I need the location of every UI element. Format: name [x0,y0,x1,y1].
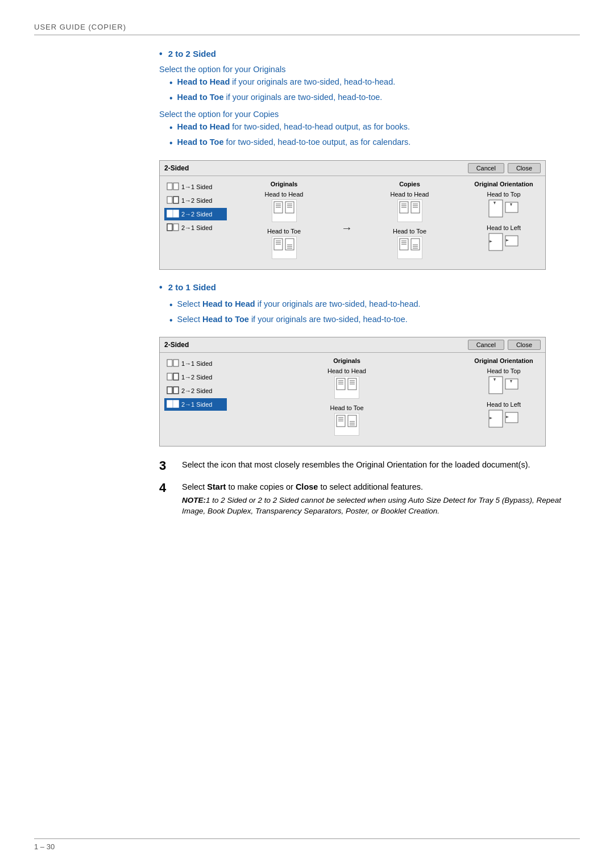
sidebar-1to1[interactable]: 1→1 Sided [164,181,227,193]
two-to-two-label: • 2 to 2 Sided [159,49,580,59]
svg-rect-3 [173,197,179,203]
content-area: • 2 to 2 Sided Select the option for you… [34,49,580,517]
page: User Guide (Copier) • 2 to 2 Sided Selec… [0,0,614,868]
dialog-buttons: Cancel Close [468,163,541,173]
dialog2-sidebar: 1→1 Sided 1→2 Sided 2→2 Si [164,357,227,441]
dialog2-orientation-col: Original Orientation Head to Top [467,357,541,441]
orig-hth-option[interactable]: Head to Head [233,191,335,222]
orient-left-label: Head to Left [467,224,541,231]
dialog2-2to2[interactable]: 2→2 Sided [164,385,227,397]
dialog-titlebar: 2-Sided Cancel Close [160,161,545,176]
dialog-two-to-two: 2-Sided Cancel Close 1→1 Sided [159,160,546,270]
two-to-one-hth-text: Select Head to Head if your originals ar… [177,298,421,310]
d2-orient-left-img [488,410,519,429]
d2-1to1-icon [167,359,179,368]
orig-head-to-head: • Head to Head if your originals are two… [169,76,580,89]
d2-orig-hth-label: Head to Head [233,368,461,374]
svg-rect-53 [173,387,179,394]
d2-2to2-icon [167,386,179,395]
steps-section: 3 Select the icon that most closely rese… [159,459,580,517]
svg-rect-50 [167,373,172,380]
dialog2-2to1[interactable]: 2→1 Sided [164,398,227,411]
section-two-to-one: • 2 to 1 Sided • Select Head to Head if … [159,282,580,447]
dialog-title: 2-Sided [164,164,189,172]
svg-rect-55 [173,400,179,407]
sidebar-2to2[interactable]: 2→2 Sided [164,208,227,220]
orig-hth-text: Head to Head if your originals are two-s… [177,76,396,87]
step-4-row: 4 Select Start to make copies or Close t… [159,481,580,518]
step-4-note: NOTE:1 to 2 Sided or 2 to 2 Sided cannot… [182,495,580,517]
d2-orient-top[interactable]: Head to Top [467,368,541,395]
orient-head-top[interactable]: Head to Top [467,191,541,219]
copy-htt-img [397,236,422,259]
svg-rect-51 [173,373,179,380]
bullet-icon: • [169,137,173,149]
d2-orient-left-label: Head to Left [467,401,541,408]
copy-htt-option[interactable]: Head to Toe [358,228,461,259]
bullet-icon: • [169,77,173,89]
copies-hth-text: Head to Head for two-sided, head-to-head… [177,121,410,132]
d2-orient-top-label: Head to Top [467,368,541,374]
orient-col-title: Original Orientation [467,181,541,187]
svg-rect-1 [173,183,179,190]
d2-2to2-label: 2→2 Sided [181,387,212,394]
dialog2-1to1[interactable]: 1→1 Sided [164,357,227,370]
orientation-column: Original Orientation Head to Top [467,181,541,265]
dialog-cancel-btn[interactable]: Cancel [468,163,504,173]
dialog2-close-btn[interactable]: Close [508,340,541,350]
orient-head-left[interactable]: Head to Left [467,224,541,252]
d2-2to1-icon [167,400,179,409]
originals-col-title: Originals [233,181,335,187]
svg-rect-54 [167,400,172,407]
svg-rect-44 [489,233,503,251]
section-two-to-two: • 2 to 2 Sided Select the option for you… [159,49,580,270]
dialog2-body: 1→1 Sided 1→2 Sided 2→2 Si [160,353,545,446]
svg-rect-6 [167,224,172,231]
d2-1to2-label: 1→2 Sided [181,374,212,381]
two-to-one-htt-text: Select Head to Toe if your originals are… [177,314,408,325]
footer-page-number: 1 – 30 [34,842,55,851]
step-3-number: 3 [159,459,176,473]
dialog-body: 1→1 Sided 1→2 Sided 2→2 Si [160,176,545,269]
dialog-close-btn[interactable]: Close [508,163,541,173]
svg-rect-49 [173,360,179,366]
d2-orig-htt-img [334,413,359,436]
copies-head-to-head: • Head to Head for two-sided, head-to-he… [169,121,580,134]
svg-rect-48 [167,360,172,366]
step-4-text: Select Start to make copies or Close to … [182,481,580,518]
orig-htt-option[interactable]: Head to Toe [233,228,335,259]
svg-rect-52 [167,387,172,394]
header-title: User Guide (Copier) [34,23,126,31]
dialog2-buttons: Cancel Close [468,340,541,350]
step-3-text: Select the icon that most closely resemb… [182,459,580,471]
d2-1to1-label: 1→1 Sided [181,360,212,367]
1to2-icon [167,196,179,205]
bullet-icon: • [169,314,173,327]
dialog2-titlebar: 2-Sided Cancel Close [160,337,545,353]
two-to-one-label: • 2 to 1 Sided [159,282,580,293]
copies-col-title: Copies [358,181,461,187]
orig-hth-img [272,199,297,222]
dialog2-1to2[interactable]: 1→2 Sided [164,371,227,383]
orig-htt-text: Head to Toe if your originals are two-si… [177,91,383,103]
dialog-two-to-one: 2-Sided Cancel Close 1→1 Sided [159,337,546,446]
header-bar: User Guide (Copier) [34,23,580,35]
copy-htt-label: Head to Toe [358,228,461,235]
dialog2-cancel-btn[interactable]: Cancel [468,340,504,350]
originals-column: Originals Head to Head [233,181,335,265]
d2-orig-htt[interactable]: Head to Toe [233,404,461,436]
d2-orient-left[interactable]: Head to Left [467,401,541,429]
2to2-icon [167,210,179,219]
orient-top-label: Head to Top [467,191,541,198]
sidebar-2to1[interactable]: 2→1 Sided [164,222,227,234]
sidebar-2to2-label: 2→2 Sided [181,211,212,218]
orient-left-img [488,233,519,252]
dialog-sidebar: 1→1 Sided 1→2 Sided 2→2 Si [164,181,227,265]
bullet-icon: • [169,299,173,311]
copy-hth-option[interactable]: Head to Head [358,191,461,222]
two-to-one-htt: • Select Head to Toe if your originals a… [169,314,580,327]
dialog2-orient-title: Original Orientation [467,357,541,364]
d2-orig-hth[interactable]: Head to Head [233,368,461,399]
svg-rect-2 [167,197,172,203]
sidebar-1to2[interactable]: 1→2 Sided [164,194,227,207]
